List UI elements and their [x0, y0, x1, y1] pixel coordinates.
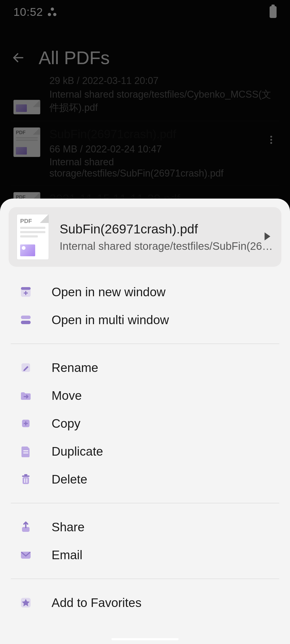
mail-icon: [19, 548, 32, 561]
menu-separator: [11, 343, 279, 344]
menu-item-label: Delete: [52, 472, 87, 486]
document-icon: [19, 445, 32, 458]
sheet-menu: Open in new windowOpen in multi windowRe…: [0, 275, 290, 619]
sheet-file-path: Internal shared storage/testfiles/SubFin…: [60, 240, 273, 252]
menu-item-label: Open in new window: [52, 285, 165, 299]
menu-item-label: Copy: [52, 416, 80, 431]
nav-handle[interactable]: [111, 638, 179, 640]
window-plus-icon: [19, 286, 32, 298]
pdf-thumbnail-icon: PDF: [17, 214, 49, 260]
menu-item-email[interactable]: Email: [0, 541, 290, 569]
trash-icon: [19, 473, 32, 486]
menu-item-move[interactable]: Move: [0, 382, 290, 409]
menu-item-favorite[interactable]: Add to Favorites: [0, 589, 290, 617]
menu-item-delete[interactable]: Delete: [0, 465, 290, 493]
menu-item-copy[interactable]: Copy: [0, 409, 290, 437]
sheet-file-name: SubFin(26971crash).pdf: [60, 222, 273, 236]
menu-item-label: Share: [52, 520, 85, 534]
sheet-file-header[interactable]: PDF SubFin(26971crash).pdf Internal shar…: [9, 207, 281, 267]
action-sheet: PDF SubFin(26971crash).pdf Internal shar…: [0, 199, 290, 644]
menu-item-label: Duplicate: [52, 444, 103, 459]
menu-item-duplicate[interactable]: Duplicate: [0, 437, 290, 465]
copy-plus-icon: [19, 417, 32, 430]
menu-item-label: Add to Favorites: [52, 595, 142, 610]
chevron-right-icon: [264, 232, 271, 241]
star-icon: [19, 596, 32, 609]
share-up-icon: [19, 521, 32, 533]
menu-item-open-new-window[interactable]: Open in new window: [0, 278, 290, 306]
menu-separator: [11, 579, 279, 579]
menu-separator: [11, 503, 279, 503]
menu-item-rename[interactable]: Rename: [0, 354, 290, 382]
menu-item-label: Rename: [52, 360, 98, 375]
folder-arrow-icon: [19, 389, 32, 402]
menu-item-label: Open in multi window: [52, 313, 169, 327]
split-window-icon: [19, 313, 32, 326]
menu-item-open-multi-window[interactable]: Open in multi window: [0, 306, 290, 334]
menu-item-label: Email: [52, 548, 82, 562]
pencil-icon: [19, 361, 32, 374]
menu-item-share[interactable]: Share: [0, 513, 290, 541]
menu-item-label: Move: [52, 388, 82, 403]
